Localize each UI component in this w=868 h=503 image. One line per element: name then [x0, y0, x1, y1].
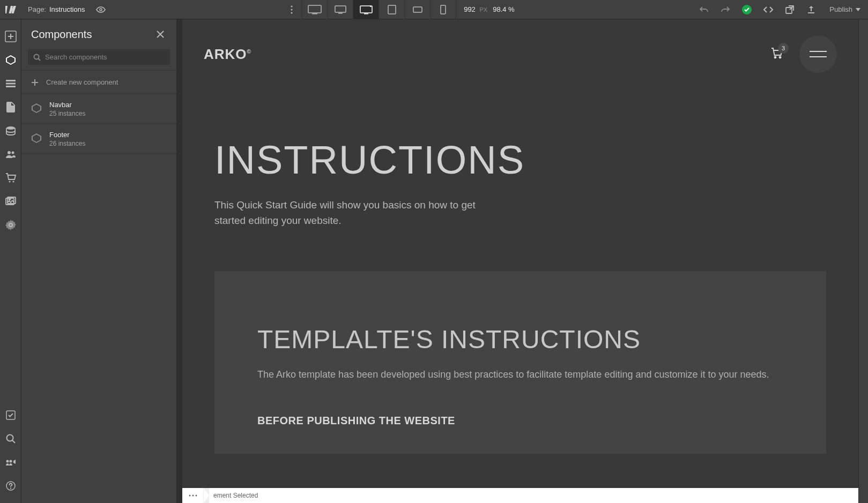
topbar-right: Publish [693, 0, 868, 19]
breakpoint-xl[interactable] [301, 0, 327, 19]
breakpoint-desktop[interactable] [353, 0, 379, 19]
svg-point-27 [6, 435, 13, 441]
hero-section[interactable]: INSTRUCTIONS This Quick Start Guide will… [182, 73, 858, 250]
svg-point-0 [100, 9, 102, 11]
search-box[interactable] [28, 49, 170, 65]
chevron-down-icon [856, 8, 860, 11]
publish-label: Publish [829, 5, 852, 13]
zoom-value: 98.4 % [493, 5, 514, 13]
search-input[interactable] [45, 53, 165, 61]
breakpoint-mobile[interactable] [430, 0, 456, 19]
site-logo[interactable]: ARKO© [204, 46, 251, 63]
more-options[interactable] [282, 0, 301, 19]
users-button[interactable] [0, 142, 21, 166]
code-button[interactable] [758, 0, 779, 19]
preview-button[interactable] [91, 0, 110, 19]
redo-button[interactable] [715, 0, 736, 19]
component-item-footer[interactable]: Footer 26 instances [21, 124, 176, 154]
box-title[interactable]: TEMPLALTE'S INSTRUCTIONS [257, 325, 783, 354]
svg-point-3 [291, 12, 293, 13]
search-button[interactable] [0, 427, 21, 451]
content-box[interactable]: TEMPLALTE'S INSTRUCTIONS The Arko templa… [214, 271, 826, 454]
svg-point-21 [9, 181, 10, 183]
menu-line-icon [810, 56, 827, 57]
video-button[interactable] [0, 451, 21, 474]
svg-point-34 [189, 495, 190, 497]
breadcrumb-text: ement Selected [213, 492, 258, 499]
share-button[interactable] [800, 0, 822, 19]
svg-point-35 [192, 495, 194, 497]
logo-text: ARKO [204, 46, 247, 62]
webflow-logo[interactable] [0, 0, 21, 19]
viewport-info[interactable]: 992 PX 98.4 % [456, 0, 522, 19]
svg-rect-7 [338, 13, 343, 14]
svg-point-29 [9, 460, 12, 463]
breadcrumb-bar: ement Selected [182, 488, 858, 503]
plus-icon [31, 79, 39, 86]
component-name: Navbar [49, 101, 85, 109]
breakpoint-tablet[interactable] [379, 0, 404, 19]
breadcrumb-menu[interactable] [182, 488, 204, 503]
panel-title: Components [31, 28, 92, 41]
rail-bottom [0, 403, 21, 503]
status-indicator[interactable] [736, 0, 758, 19]
assets-button[interactable] [0, 190, 21, 213]
svg-rect-9 [364, 13, 368, 14]
svg-point-1 [291, 5, 293, 7]
create-component-button[interactable]: Create new component [21, 70, 176, 94]
export-button[interactable] [779, 0, 800, 19]
settings-button[interactable] [0, 213, 21, 237]
breakpoint-mobile-landscape[interactable] [404, 0, 430, 19]
cart-count: 3 [778, 43, 789, 54]
cms-button[interactable] [0, 119, 21, 142]
box-subheading[interactable]: BEFORE PUBLISHING THE WEBSITE [257, 415, 783, 427]
canvas-wrap: ARKO© 3 INSTRUCTIONS This Quick Start Gu… [177, 19, 868, 503]
canvas[interactable]: ARKO© 3 INSTRUCTIONS This Quick Start Gu… [182, 19, 858, 488]
page-selector[interactable]: Page: Instructions [21, 0, 91, 19]
hero-title[interactable]: INSTRUCTIONS [214, 137, 826, 183]
add-elements-button[interactable] [0, 25, 21, 48]
component-icon [31, 133, 42, 146]
breakpoint-large[interactable] [327, 0, 353, 19]
svg-point-25 [9, 199, 10, 200]
svg-point-28 [6, 460, 9, 463]
component-instances: 25 instances [49, 110, 85, 117]
audit-button[interactable] [0, 403, 21, 427]
publish-button[interactable]: Publish [822, 0, 868, 19]
pages-button[interactable] [0, 95, 21, 119]
viewport-unit: PX [479, 6, 487, 13]
svg-rect-12 [441, 5, 446, 14]
navigator-button[interactable] [0, 72, 21, 95]
page-name: Instructions [49, 5, 85, 13]
hero-subtitle[interactable]: This Quick Start Guide will show you bas… [214, 198, 483, 228]
svg-rect-15 [6, 80, 16, 81]
svg-rect-5 [312, 13, 317, 14]
status-ok-icon [742, 5, 752, 14]
component-instances: 26 instances [49, 140, 85, 147]
box-text[interactable]: The Arko template has been developed usi… [257, 367, 783, 382]
svg-point-31 [34, 54, 39, 59]
components-button[interactable] [0, 48, 21, 72]
svg-point-22 [12, 181, 14, 183]
close-panel-button[interactable] [154, 28, 167, 41]
component-item-navbar[interactable]: Navbar 25 instances [21, 94, 176, 124]
svg-point-2 [291, 9, 293, 10]
svg-point-18 [6, 126, 15, 130]
nav-right: 3 [770, 35, 837, 73]
ecommerce-button[interactable] [0, 166, 21, 190]
create-label: Create new component [46, 78, 118, 86]
menu-button[interactable] [799, 35, 837, 73]
cart-button[interactable]: 3 [770, 47, 783, 61]
page-label: Page: [28, 5, 46, 13]
svg-rect-17 [6, 86, 16, 87]
breadcrumb-item[interactable]: ement Selected [204, 488, 264, 503]
undo-button[interactable] [693, 0, 715, 19]
site-navbar[interactable]: ARKO© 3 [182, 19, 858, 73]
svg-rect-11 [413, 7, 422, 12]
help-button[interactable] [0, 474, 21, 498]
breakpoint-group [301, 0, 456, 19]
logo-sup: © [247, 49, 251, 55]
right-panel-collapsed[interactable] [858, 19, 868, 503]
svg-rect-16 [6, 83, 16, 85]
left-rail [0, 19, 21, 503]
